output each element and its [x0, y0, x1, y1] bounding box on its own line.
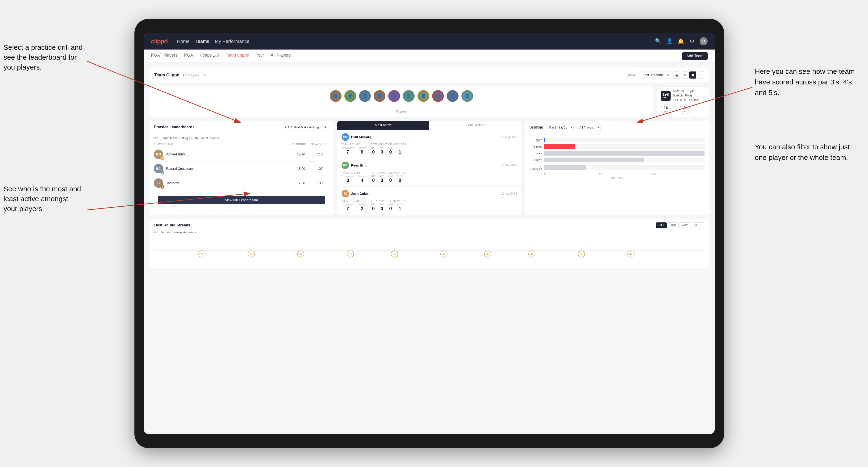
scoring-title: Scoring: [529, 125, 544, 129]
edit-icon[interactable]: ✎: [203, 73, 206, 77]
streak-dot-3: 6x: [297, 250, 304, 257]
bar-pars: [544, 151, 705, 156]
tab-least-active[interactable]: Least Active: [429, 121, 521, 130]
subnav-team-clippd[interactable]: Team Clippd: [225, 53, 249, 59]
bar-birdies: [544, 144, 575, 149]
team-title: Team Clippd | 14 Players: [154, 73, 199, 77]
chart-row-pars: Pars 499: [529, 151, 705, 156]
activity-player-name-3: Josh Coles: [351, 192, 369, 195]
subnav-all-players[interactable]: All Players: [271, 53, 291, 59]
view-sort-icon[interactable]: ↕: [697, 71, 704, 79]
player-avatar[interactable]: 👤: [417, 90, 429, 102]
leaderboard-table-header: PLAYER NAME PB SCORE PB AVG SQ: [150, 141, 334, 147]
players-label: Players: [396, 110, 406, 113]
streaks-chart: 7x 6x 6x 5x: [154, 236, 704, 264]
player-avatar[interactable]: 👤: [374, 90, 385, 102]
streaks-subtitle: Off The Tee, Fairway Accuracy: [154, 230, 704, 234]
add-team-button[interactable]: Add Team: [682, 52, 708, 60]
filter-app[interactable]: APP: [668, 222, 679, 228]
chart-x-title: Total Shots: [529, 177, 705, 182]
bell-icon[interactable]: 🔔: [677, 37, 684, 45]
player-avatar[interactable]: 👤: [432, 90, 444, 102]
player-avatar[interactable]: 👤: [461, 90, 473, 102]
player-avatar[interactable]: 👤: [359, 90, 371, 102]
activity-player-name-2: Rees Britt: [351, 163, 367, 167]
activity-date-2: 02 Sep 2023: [501, 164, 517, 167]
streak-dot-7: 4x: [484, 250, 491, 257]
chart-row-birdies: Birdies 96: [529, 144, 705, 149]
subnav-pga[interactable]: PGA: [184, 53, 193, 59]
annotation-top-left: Select a practice drill and see the lead…: [3, 42, 84, 72]
annotation-bottom-left: See who is the most and least active amo…: [3, 184, 84, 214]
filter-ott[interactable]: OTT: [656, 222, 667, 228]
practice-leaderboards-card: Practice Leaderboards PUTT Must Make Put…: [150, 121, 334, 215]
streaks-filter-buttons: OTT APP ARG PUTT: [656, 222, 704, 228]
yds-circles: 16 yds 0 yds: [661, 104, 706, 115]
scoring-card: Scoring Par 3, 4 & 5s All Players Eagles: [525, 121, 709, 215]
show-label: Show:: [627, 73, 636, 77]
nav-links: Home Teams My Performance: [177, 39, 250, 44]
chart-row-bogeys: Bogeys 311: [529, 158, 705, 162]
subnav-pgat[interactable]: PGAT Players: [151, 53, 177, 59]
view-grid-icon[interactable]: ▣: [673, 71, 680, 79]
bar-dbogeys: [544, 165, 586, 170]
shot-info: Shot Dist: 16 yds Start Lie: Rough End L…: [673, 89, 699, 102]
player-avatar[interactable]: 👤: [403, 90, 415, 102]
activity-tabs: Most Active Least Active: [337, 121, 521, 130]
activity-stats-grid-3: Total Rounds Tournament 7 Practice 2: [342, 200, 517, 211]
avatar[interactable]: U: [700, 37, 708, 45]
streak-dot-2: 6x: [248, 250, 255, 257]
player-avatar[interactable]: 👤: [388, 90, 400, 102]
subnav-tour[interactable]: Tour: [256, 53, 264, 59]
streak-dot-8: 4x: [528, 250, 535, 257]
player-avatar[interactable]: 👤: [330, 90, 342, 102]
leaderboard-row-3: C 3 Cameron... 17/20 103: [150, 176, 334, 190]
chart-row-dbogeys: D. Bogeys + 131: [529, 164, 705, 171]
chart-x-axis: 0 200 400: [544, 173, 705, 176]
search-icon[interactable]: 🔍: [654, 37, 662, 45]
top-navbar: clippd Home Teams My Performance 🔍 👤 🔔 ⚙…: [144, 33, 715, 50]
period-select[interactable]: Last 3 months: [639, 71, 670, 79]
yds-right: 0 yds: [680, 104, 690, 115]
activity-player-name-1: Blair McHarg: [351, 135, 371, 139]
par-filter-select[interactable]: Par 3, 4 & 5s: [546, 124, 574, 131]
view-full-leaderboard-button[interactable]: View Full Leaderboard: [158, 196, 325, 204]
view-card-icon[interactable]: ◼: [689, 71, 696, 79]
settings-icon[interactable]: ⚙: [688, 37, 696, 45]
tab-most-active[interactable]: Most Active: [337, 121, 429, 130]
nav-teams[interactable]: Teams: [195, 39, 209, 44]
rank-badge-silver: 2: [160, 170, 164, 174]
filter-arg[interactable]: ARG: [680, 222, 691, 228]
card-header: Practice Leaderboards PUTT Must Make Put…: [150, 121, 334, 134]
player-avatar[interactable]: 👤: [344, 90, 356, 102]
players-filter-select[interactable]: All Players: [576, 124, 600, 131]
nav-home[interactable]: Home: [177, 39, 190, 44]
activity-avatar-1: BM: [342, 133, 349, 141]
sub-navbar: PGAT Players PGA Hcaps 1-5 Team Clippd T…: [144, 50, 715, 63]
activity-avatar-2: RB: [342, 161, 349, 169]
bar-bogeys: [544, 158, 644, 162]
nav-my-performance[interactable]: My Performance: [215, 39, 250, 44]
chart-row-eagles: Eagles 3: [529, 138, 705, 143]
subnav-hcaps[interactable]: Hcaps 1-5: [199, 53, 219, 59]
activity-player-1: BM Blair McHarg 26 Aug 2023 Total Rounds…: [337, 130, 521, 158]
players-section: 👤 👤 👤 👤 👤 👤 👤 👤 👤 👤 Players: [150, 86, 653, 117]
activity-date-3: 26 Aug 2023: [501, 192, 517, 195]
activity-avatar-3: JC: [342, 190, 349, 197]
filter-putt[interactable]: PUTT: [692, 222, 704, 228]
activity-player-2: RB Rees Britt 02 Sep 2023 Total Rounds T…: [337, 158, 521, 187]
view-list-icon[interactable]: ≡: [681, 71, 688, 79]
scoring-header: Scoring Par 3, 4 & 5s All Players: [525, 121, 709, 134]
player-avatars: 👤 👤 👤 👤 👤 👤 👤 👤 👤 👤: [330, 90, 473, 108]
activity-card: Most Active Least Active BM Blair McHarg…: [337, 121, 521, 215]
practice-activities-section-2: Total Practice Activities OTT 0 APP 0: [371, 172, 406, 183]
total-rounds-section-3: Total Rounds Tournament 7 Practice 2: [342, 200, 366, 211]
streak-dot-4: 5x: [347, 250, 354, 257]
main-content: Team Clippd | 14 Players ✎ Show: Last 3 …: [144, 63, 715, 434]
rank-badge-gold: 1: [160, 156, 164, 160]
users-icon[interactable]: 👤: [665, 37, 673, 45]
card-title: Practice Leaderboards: [154, 125, 195, 129]
chart-area: Eagles 3 Birdies 96: [525, 134, 709, 185]
leaderboard-dropdown[interactable]: PUTT Must Make Putting ... ▼: [282, 124, 329, 130]
player-avatar[interactable]: 👤: [447, 90, 459, 102]
